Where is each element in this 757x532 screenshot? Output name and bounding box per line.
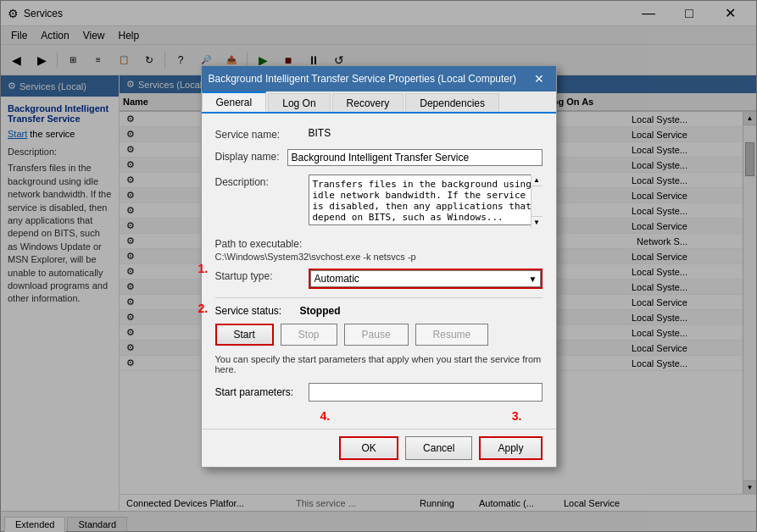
service-status-section: Service status: Stopped Start Stop Pause…: [215, 305, 543, 346]
status-field-label: Service status:: [215, 305, 300, 317]
start-params-input[interactable]: [309, 383, 543, 402]
display-name-input[interactable]: [287, 149, 543, 166]
display-name-label: Display name:: [215, 149, 287, 163]
annotation-4: 4.: [320, 409, 331, 423]
apply-button[interactable]: Apply: [479, 436, 542, 460]
startup-type-wrapper: Automatic Automatic (Delayed Start) Manu…: [309, 269, 543, 289]
path-value: C:\Windows\System32\svchost.exe -k netsv…: [215, 252, 543, 262]
service-control-buttons: Start Stop Pause Resume: [215, 324, 543, 346]
status-row: Service status: Stopped: [215, 305, 543, 317]
cancel-button[interactable]: Cancel: [405, 436, 472, 460]
resume-button[interactable]: Resume: [415, 324, 489, 346]
dialog-buttons: 4. 3. OK Cancel Apply: [202, 429, 556, 467]
service-name-value: BITS: [309, 127, 543, 139]
startup-type-label: Startup type:: [215, 269, 309, 282]
status-field-value: Stopped: [300, 305, 341, 317]
ok-button[interactable]: OK: [339, 436, 398, 460]
service-name-row: Service name: BITS: [215, 127, 543, 141]
start-params-info: You can specify the start parameters tha…: [215, 354, 543, 374]
desc-scrollbar[interactable]: ▲ ▼: [531, 175, 543, 228]
modal-title-text: Background Intelligent Transfer Service …: [209, 73, 529, 85]
description-textarea[interactable]: Transfers files in the background using …: [309, 175, 543, 225]
tab-dependencies[interactable]: Dependencies: [405, 93, 499, 112]
display-name-row: Display name:: [215, 149, 543, 166]
modal-title-bar: Background Intelligent Transfer Service …: [202, 66, 556, 91]
description-row: Description: Transfers files in the back…: [215, 175, 543, 228]
desc-scroll-down[interactable]: ▼: [532, 216, 543, 228]
service-name-label: Service name:: [215, 127, 309, 141]
desc-scroll-track: [532, 186, 543, 216]
modal-general-content: Service name: BITS Display name: Descrip…: [202, 114, 556, 429]
modal-close-button[interactable]: ✕: [529, 69, 549, 89]
divider-1: [215, 297, 543, 298]
properties-dialog: Background Intelligent Transfer Service …: [201, 65, 557, 468]
path-section: Path to executable: C:\Windows\System32\…: [215, 236, 543, 262]
start-button[interactable]: Start: [215, 324, 274, 346]
startup-type-select[interactable]: Automatic Automatic (Delayed Start) Manu…: [310, 270, 541, 287]
tab-logon[interactable]: Log On: [268, 93, 330, 112]
tab-general[interactable]: General: [202, 91, 267, 112]
start-params-row: Start parameters:: [215, 383, 543, 402]
path-label: Path to executable:: [215, 236, 543, 250]
startup-type-row: Startup type: Automatic Automatic (Delay…: [215, 269, 543, 289]
start-params-label: Start parameters:: [215, 386, 309, 398]
annotation-1: 1.: [198, 262, 209, 275]
tab-recovery[interactable]: Recovery: [332, 93, 404, 112]
modal-tabs: General Log On Recovery Dependencies: [202, 91, 556, 114]
annotation-3: 3.: [512, 409, 522, 423]
stop-button[interactable]: Stop: [281, 324, 337, 346]
pause-button[interactable]: Pause: [344, 324, 409, 346]
startup-select-border: Automatic Automatic (Delayed Start) Manu…: [309, 269, 543, 289]
desc-scroll-up[interactable]: ▲: [532, 175, 543, 186]
annotation-2: 2.: [198, 302, 209, 315]
description-field-label: Description:: [215, 175, 309, 188]
modal-overlay: Background Intelligent Transfer Service …: [0, 0, 757, 532]
